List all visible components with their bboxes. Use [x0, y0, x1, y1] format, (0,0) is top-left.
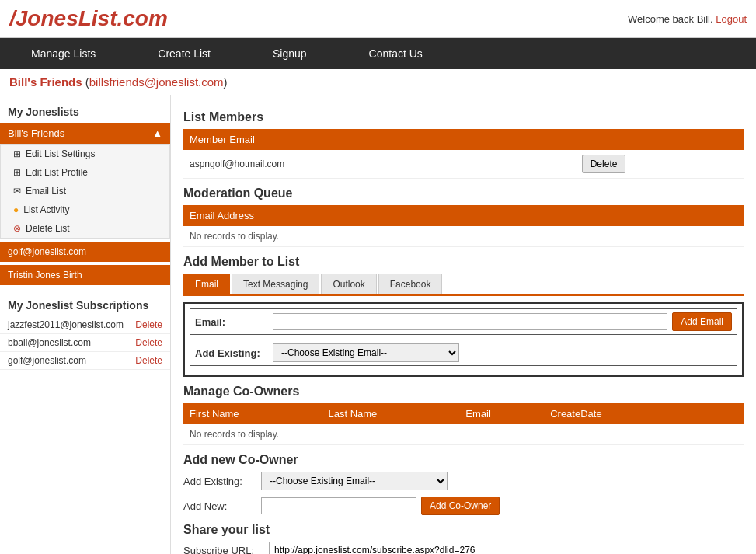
sidebar-tristin-list-label: Tristin Jones Birth	[8, 270, 82, 280]
profile-icon: ⊞	[13, 167, 21, 178]
active-list-item[interactable]: Bill's Friends ▲	[0, 123, 170, 144]
my-joneslists-heading: My Joneslists	[0, 101, 170, 123]
add-coowner-section: Add new Co-Owner Add Existing: --Choose …	[183, 453, 744, 515]
moderation-no-records: No records to display.	[183, 226, 744, 247]
logout-link[interactable]: Logout	[716, 13, 747, 25]
moderation-queue-section: Moderation Queue Email Address No record…	[183, 186, 744, 247]
coowner-firstname-header: First Name	[183, 403, 322, 424]
add-member-tabs: Email Text Messaging Outlook Facebook	[183, 274, 744, 296]
sub-email-0: jazzfest2011@joneslist.com	[8, 319, 124, 330]
activity-icon: ●	[13, 204, 19, 215]
member-delete-cell: Delete	[576, 150, 660, 179]
sidebar-delete-list-label: Delete List	[26, 223, 70, 234]
sub-email-1: bball@joneslist.com	[8, 337, 91, 348]
coowners-table: First Name Last Name Email CreateDate No…	[183, 403, 744, 445]
sub-delete-2[interactable]: Delete	[135, 355, 162, 366]
sidebar-edit-profile-label: Edit List Profile	[26, 167, 88, 178]
sidebar-list-activity[interactable]: ● List Activity	[1, 200, 169, 219]
sidebar-edit-settings[interactable]: ⊞ Edit List Settings	[1, 145, 169, 163]
sidebar-edit-settings-label: Edit List Settings	[26, 148, 95, 159]
welcome-area: Welcome back Bill. Logout	[628, 13, 747, 25]
sidebar-email-list[interactable]: ✉ Email List	[1, 182, 169, 200]
member-action-header	[576, 129, 660, 150]
table-row: aspngolf@hotmail.com Delete	[183, 150, 744, 179]
moderation-email-header: Email Address	[183, 205, 492, 226]
member-extra-header	[660, 129, 744, 150]
subscribe-label: Subscribe URL:	[183, 545, 269, 555]
sidebar-golf-list-label: golf@joneslist.com	[8, 246, 86, 257]
settings-icon: ⊞	[13, 148, 21, 159]
list-email-link[interactable]: billsfriends@joneslist.com	[89, 75, 224, 89]
logo-text: JonesList.com	[16, 6, 168, 30]
moderation-queue-table: Email Address No records to display.	[183, 205, 744, 247]
coowner-existing-select[interactable]: --Choose Existing Email--	[261, 472, 448, 490]
subscribe-url-input[interactable]	[269, 542, 517, 554]
sidebar-delete-list[interactable]: ⊗ Delete List	[1, 219, 169, 238]
email-input[interactable]	[273, 313, 667, 330]
nav-signup[interactable]: Signup	[242, 38, 338, 69]
sub-item-1: bball@joneslist.com Delete	[0, 334, 170, 352]
add-email-button[interactable]: Add Email	[672, 312, 732, 331]
tab-text-messaging[interactable]: Text Messaging	[232, 274, 319, 294]
email-icon: ✉	[13, 186, 21, 197]
main-layout: My Joneslists Bill's Friends ▲ ⊞ Edit Li…	[0, 95, 756, 554]
coowner-col6	[716, 403, 744, 424]
add-existing-form-row: Add Existing: --Choose Existing Email--	[190, 340, 737, 366]
page-title: Bill's Friends (billsfriends@joneslist.c…	[0, 69, 756, 95]
sidebar-golf-list[interactable]: golf@joneslist.com	[0, 242, 170, 262]
member-email-cell: aspngolf@hotmail.com	[183, 150, 576, 179]
delete-icon: ⊗	[13, 223, 21, 234]
coowner-lastname-header: Last Name	[322, 403, 459, 424]
header: /JonesList.com Welcome back Bill. Logout	[0, 0, 756, 38]
sidebar-tristin-list[interactable]: Tristin Jones Birth	[0, 265, 170, 285]
list-name: Bill's Friends	[9, 75, 82, 89]
nav-contact-us[interactable]: Contact Us	[338, 38, 454, 69]
add-coowner-title: Add new Co-Owner	[183, 453, 744, 467]
add-member-title: Add Member to List	[183, 255, 744, 269]
email-form-row: Email: Add Email	[190, 308, 737, 335]
add-member-section: Add Member to List Email Text Messaging …	[183, 255, 744, 377]
nav-manage-lists[interactable]: Manage Lists	[0, 38, 127, 69]
email-label: Email:	[195, 316, 273, 328]
subscriptions-section: My Joneslist Subscriptions jazzfest2011@…	[0, 294, 170, 370]
sidebar-edit-profile[interactable]: ⊞ Edit List Profile	[1, 163, 169, 182]
active-list-name: Bill's Friends	[8, 127, 64, 139]
main-content: List Members Member Email aspngolf@hotma…	[171, 95, 756, 554]
list-members-table: Member Email aspngolf@hotmail.com Delete	[183, 129, 744, 179]
coowner-existing-row: Add Existing: --Choose Existing Email--	[183, 472, 744, 490]
sub-delete-0[interactable]: Delete	[135, 319, 162, 330]
logo: /JonesList.com	[9, 6, 168, 31]
add-existing-select[interactable]: --Choose Existing Email--	[273, 343, 459, 362]
active-list-arrow: ▲	[152, 127, 162, 139]
sidebar-list-activity-label: List Activity	[23, 204, 69, 215]
sidebar-email-list-label: Email List	[26, 186, 66, 197]
coowner-col5	[688, 403, 716, 424]
member-extra-cell	[660, 150, 744, 179]
share-list-title: Share your list	[183, 523, 744, 537]
coowner-new-label: Add New:	[183, 500, 261, 512]
sub-delete-1[interactable]: Delete	[135, 337, 162, 348]
table-row: No records to display.	[183, 424, 744, 445]
list-email-close-paren: )	[224, 75, 228, 89]
sub-item-2: golf@joneslist.com Delete	[0, 352, 170, 370]
logo-slash: /	[9, 6, 16, 30]
tab-outlook[interactable]: Outlook	[321, 274, 376, 294]
tab-email[interactable]: Email	[183, 274, 230, 294]
coowners-no-records: No records to display.	[183, 424, 744, 445]
coowner-new-row: Add New: Add Co-Owner	[183, 497, 744, 515]
mod-col2	[492, 205, 576, 226]
coowner-createdate-header: CreateDate	[544, 403, 688, 424]
coowner-new-input[interactable]	[261, 497, 416, 514]
member-delete-button[interactable]: Delete	[582, 155, 626, 173]
sub-email-2: golf@joneslist.com	[8, 355, 86, 366]
tab-facebook[interactable]: Facebook	[378, 274, 443, 294]
member-email-header: Member Email	[183, 129, 576, 150]
nav-bar: Manage Lists Create List Signup Contact …	[0, 38, 756, 69]
sidebar-menu: ⊞ Edit List Settings ⊞ Edit List Profile…	[0, 144, 170, 239]
add-coowner-button[interactable]: Add Co-Owner	[421, 497, 500, 515]
table-row: No records to display.	[183, 226, 744, 247]
nav-create-list[interactable]: Create List	[127, 38, 242, 69]
add-existing-label: Add Existing:	[195, 347, 273, 359]
mod-col4	[660, 205, 744, 226]
mod-col3	[576, 205, 660, 226]
